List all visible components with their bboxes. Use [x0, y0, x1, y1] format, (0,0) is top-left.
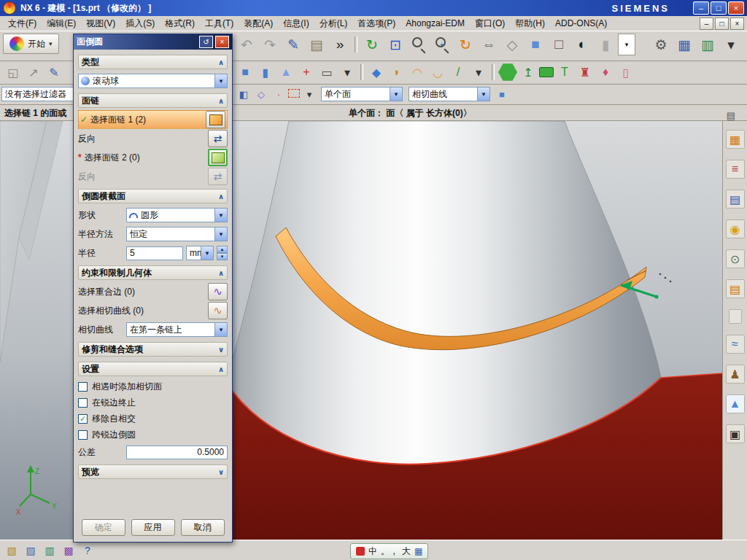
pencil-icon[interactable]: ✎ [282, 34, 304, 55]
window-chart-icon[interactable]: ▥ [697, 34, 719, 55]
mdi-minimize-button[interactable]: – [700, 18, 713, 30]
marquee-icon[interactable] [288, 89, 300, 98]
move-face-icon[interactable]: ↥ [519, 63, 538, 82]
ime-bar[interactable]: 中 。， 大 ▦ [350, 543, 428, 559]
customize-icon[interactable]: ⚙ [650, 34, 672, 55]
menu-format[interactable]: 格式(R) [160, 16, 200, 31]
select-tangent-curve-button[interactable]: ∿ [208, 302, 228, 319]
process-studio-icon[interactable]: ▤ [726, 279, 745, 298]
select-coincident-edge-button[interactable]: ∿ [208, 283, 228, 300]
rotate-view-icon[interactable]: ↻ [454, 34, 476, 55]
cone-primitive-icon[interactable]: ▲ [276, 63, 295, 82]
palette-icon[interactable] [729, 309, 742, 324]
menu-view[interactable]: 视图(V) [81, 16, 120, 31]
menu-addons[interactable]: ADD-ONS(A) [550, 17, 612, 30]
overflow-chevron-icon[interactable]: » [329, 34, 351, 55]
tolerance-input[interactable]: 0.5000 [126, 446, 228, 459]
checkbox-blend-across-sharp-edge[interactable] [78, 430, 88, 440]
zoom-icon[interactable] [408, 34, 430, 55]
roles-icon[interactable]: ♟ [726, 365, 745, 384]
wireframe-view-icon[interactable]: □ [548, 34, 570, 55]
mdi-restore-button[interactable]: □ [715, 18, 729, 30]
select-face-chain-1-row[interactable]: ✓ 选择面链 1 (2) [78, 110, 228, 129]
reverse-direction-1-button[interactable]: ⇄ [208, 130, 228, 147]
ime-shape[interactable]: 大 [402, 545, 411, 558]
section-cross-section[interactable]: 倒圆横截面 ∧ [78, 189, 228, 203]
type-combo[interactable]: 滚动球 ▼ [78, 74, 228, 88]
assembly-navigator-icon[interactable]: ▦ [726, 130, 745, 149]
show-resource-bar-icon[interactable]: ▧ [4, 542, 20, 559]
menu-preferences[interactable]: 首选项(P) [352, 16, 400, 31]
dialog-titlebar[interactable]: 面倒圆 ↺ × [74, 34, 232, 50]
ime-mode[interactable]: 中 [368, 545, 377, 558]
scene-icon[interactable]: ▲ [726, 394, 745, 413]
layers-icon[interactable]: ▥ [42, 542, 58, 559]
minimize-button[interactable]: – [693, 1, 709, 15]
menu-edit[interactable]: 编辑(E) [42, 16, 81, 31]
background-icon[interactable]: ◐ [571, 34, 593, 55]
selection-scope-combo[interactable]: 单个面 ▼ [321, 87, 403, 101]
macro-icon[interactable]: ▩ [61, 542, 77, 559]
part-navigator-icon[interactable]: ▤ [726, 190, 745, 209]
dialog-close-button[interactable]: × [215, 36, 229, 48]
point-icon[interactable]: + [297, 63, 316, 82]
perspective-icon[interactable]: ◇ [501, 34, 523, 55]
color-swatch-icon[interactable]: ▾ [618, 34, 635, 55]
face-chain-1-button[interactable] [206, 111, 225, 128]
menu-assemblies[interactable]: 装配(A) [239, 16, 278, 31]
snap-edge-icon[interactable]: ◇ [253, 87, 269, 101]
menu-analysis[interactable]: 分析(L) [314, 16, 353, 31]
dock-icon[interactable]: ▨ [23, 542, 39, 559]
dialog-reset-button[interactable]: ↺ [199, 36, 213, 48]
text-icon[interactable]: T [555, 63, 574, 82]
radius-input[interactable]: 5 [126, 246, 183, 260]
history-icon[interactable]: ⊙ [726, 249, 745, 268]
radius-spinner[interactable]: ▲▼ [217, 246, 228, 260]
radius-method-combo[interactable]: 恒定 ▼ [126, 227, 228, 241]
stamp-icon[interactable] [539, 67, 554, 77]
grid-edit-icon[interactable]: ▦ [673, 34, 695, 55]
menu-window[interactable]: 窗口(O) [470, 16, 510, 31]
revolve-icon[interactable]: ◗ [387, 63, 406, 82]
menu-help[interactable]: 帮助(H) [510, 16, 550, 31]
mdi-close-button[interactable]: × [730, 18, 744, 30]
checkbox-add-tangent-faces[interactable] [78, 382, 88, 392]
redo-icon[interactable]: ↷ [259, 34, 281, 55]
face-chain-2-button[interactable] [208, 149, 228, 166]
tangent-curve-combo[interactable]: 在第一条链上 ▼ [126, 322, 228, 337]
material-icon[interactable]: ▮ [595, 34, 616, 55]
constraint-navigator-icon[interactable]: ≡ [726, 160, 745, 179]
start-button[interactable]: 开始 ▾ [3, 34, 59, 54]
fit-view-icon[interactable]: ⊡ [384, 34, 406, 55]
maximize-button[interactable]: □ [711, 1, 727, 15]
refresh-icon[interactable]: ↻ [361, 34, 383, 55]
rectangle-icon[interactable]: ▭ [317, 63, 336, 82]
help-cursor-icon[interactable]: ? [80, 542, 96, 559]
undo-icon[interactable]: ↶ [236, 34, 258, 55]
section-face-chain[interactable]: 面链 ∧ [78, 93, 228, 108]
select-face-chain-2-row[interactable]: * 选择面链 2 (0) [78, 148, 228, 167]
pin-icon[interactable]: ♦ [596, 63, 615, 82]
section-trim-sew[interactable]: 修剪和缝合选项 ∨ [78, 342, 228, 357]
clipboard-icon[interactable]: ▤ [306, 34, 328, 55]
radius-unit-combo[interactable]: mm ▼ [186, 246, 214, 260]
line-caret-icon[interactable]: ▾ [469, 63, 488, 82]
menu-information[interactable]: 信息(I) [278, 16, 314, 31]
shaded-view-icon[interactable]: ■ [525, 34, 546, 55]
marquee-caret-icon[interactable]: ▾ [301, 87, 317, 101]
ime-keyboard-icon[interactable]: ▦ [414, 546, 422, 556]
zoom-in-out-icon[interactable]: + [431, 34, 453, 55]
curve-rule-combo[interactable]: 相切曲线 ▼ [409, 87, 490, 101]
section-preview[interactable]: 预览 ∨ [78, 464, 228, 479]
titlebar[interactable]: NX 6 - 建模 - [1s.prt （修改的） ] SIEMENS – □ … [0, 0, 747, 16]
highlight-cube-icon[interactable]: ■ [494, 87, 510, 101]
reuse-library-icon[interactable]: ◉ [726, 219, 745, 238]
cancel-button[interactable]: 取消 [181, 519, 225, 536]
menu-ahongzai-edm[interactable]: Ahongzai-EDM [400, 17, 470, 30]
menu-insert[interactable]: 插入(S) [120, 16, 160, 31]
datum-axis-icon[interactable]: ↗ [24, 63, 43, 82]
visualization-icon[interactable]: ≈ [726, 335, 745, 354]
sketch-icon[interactable]: ✎ [44, 63, 63, 82]
tower-icon[interactable]: ♜ [576, 63, 595, 82]
touch-panel-icon[interactable]: ▣ [726, 424, 745, 443]
